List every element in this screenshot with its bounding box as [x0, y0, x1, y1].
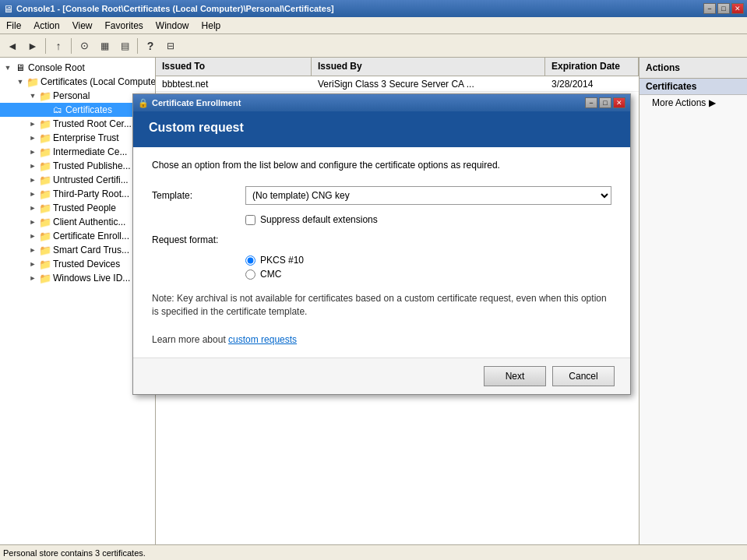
enrollment-description: Chose an option from the list below and … [152, 160, 611, 171]
cmc-label[interactable]: CMC [260, 269, 281, 280]
tree-label-certificates: Certificates [65, 104, 112, 115]
status-text: Personal store contains 3 certificates. [3, 548, 146, 558]
cmc-radio[interactable] [245, 269, 255, 280]
pkcs-radio[interactable] [245, 255, 255, 266]
expander-cert-enrollment: ► [26, 232, 39, 240]
tree-item-console-root[interactable]: ▼ 🖥 Console Root [0, 61, 155, 75]
expander-untrusted: ► [26, 176, 39, 184]
enrollment-close-button[interactable]: ✕ [613, 97, 625, 108]
toolbar-import-button[interactable]: ▤ [115, 37, 134, 55]
toolbar-console-button[interactable]: ⊟ [161, 37, 180, 55]
menu-help[interactable]: Help [196, 19, 227, 33]
toolbar-separator-2 [71, 38, 72, 54]
cancel-button[interactable]: Cancel [552, 366, 615, 386]
toolbar-separator-1 [45, 38, 46, 54]
restore-button[interactable]: □ [717, 3, 730, 14]
toolbar-help-button[interactable]: ? [141, 37, 160, 55]
title-bar-left: 🖥 Console1 - [Console Root\Certificates … [3, 3, 334, 15]
enrollment-note: Note: Key archival is not available for … [152, 292, 611, 319]
menu-bar: File Action View Favorites Window Help [0, 17, 747, 34]
expander-trusted-root: ► [26, 120, 39, 128]
custom-requests-link[interactable]: custom requests [228, 334, 297, 345]
enrollment-dialog: 🔒 Certificate Enrollment − □ ✕ Custom re… [132, 93, 631, 395]
suppress-checkbox[interactable] [245, 215, 255, 225]
folder-personal-icon: 📁 [39, 90, 51, 102]
toolbar-back-button[interactable]: ◄ [3, 37, 22, 55]
tree-label-enterprise: Enterprise Trust [53, 132, 119, 143]
expander-trusted-pub: ► [26, 162, 39, 170]
cell-issued-to: bbbtest.net [156, 77, 312, 91]
expander-certs-local: ▼ [14, 78, 26, 86]
menu-file[interactable]: File [0, 19, 27, 33]
toolbar-separator-3 [137, 38, 138, 54]
actions-panel: Actions ▲ Certificates More Actions ▶ [639, 58, 747, 544]
menu-favorites[interactable]: Favorites [99, 19, 150, 33]
enrollment-footer: Next Cancel [133, 357, 630, 394]
enrollment-minimize-button[interactable]: − [585, 97, 597, 108]
tree-label-certs-local: Certificates (Local Compute [41, 76, 156, 87]
expander-trusted-people: ► [26, 204, 39, 212]
toolbar-refresh-button[interactable]: ⊙ [75, 37, 93, 55]
folder-cert-enroll-icon: 📁 [39, 230, 51, 242]
table-row[interactable]: bbbtest.net VeriSign Class 3 Secure Serv… [156, 76, 639, 92]
close-button[interactable]: ✕ [731, 3, 744, 14]
enrollment-restore-button[interactable]: □ [599, 97, 611, 108]
expander-intermediate: ► [26, 148, 39, 156]
folder-certs-local-icon: 📁 [26, 76, 39, 88]
folder-trusted-root-icon: 📁 [39, 118, 51, 130]
col-header-expiration[interactable]: Expiration Date [545, 58, 639, 76]
tree-label-trusted-pub: Trusted Publishe... [53, 160, 131, 171]
folder-trusted-people-icon: 📁 [39, 202, 51, 214]
learn-more-prefix: Learn more about [152, 334, 228, 345]
cmc-radio-row: CMC [245, 269, 611, 280]
menu-window[interactable]: Window [150, 19, 196, 33]
enrollment-blue-bar: Custom request [133, 111, 630, 147]
next-button[interactable]: Next [484, 366, 546, 386]
folder-client-auth-icon: 📁 [39, 216, 51, 228]
tree-label-cert-enrollment: Certificate Enroll... [53, 231, 129, 241]
request-format-row: Request format: [152, 234, 611, 245]
cell-issued-by: VeriSign Class 3 Secure Server CA ... [312, 77, 545, 91]
toolbar-export-button[interactable]: ▦ [95, 37, 114, 55]
tree-label-trusted-people: Trusted People [53, 203, 116, 213]
menu-action[interactable]: Action [27, 19, 65, 33]
actions-more-actions[interactable]: More Actions ▶ [640, 95, 747, 111]
tree-item-certs-local[interactable]: ▼ 📁 Certificates (Local Compute [0, 75, 155, 89]
tree-label-third-party: Third-Party Root... [53, 188, 129, 199]
expander-enterprise: ► [26, 134, 39, 142]
folder-trusted-pub-icon: 📁 [39, 160, 51, 172]
expander-windows-live: ► [26, 274, 39, 282]
console-root-icon: 🖥 [14, 62, 26, 74]
menu-view[interactable]: View [66, 19, 99, 33]
enrollment-title-bar: 🔒 Certificate Enrollment − □ ✕ [133, 94, 630, 111]
title-bar: 🖥 Console1 - [Console Root\Certificates … [0, 0, 747, 17]
pkcs-label[interactable]: PKCS #10 [260, 255, 304, 266]
folder-smart-card-icon: 📁 [39, 244, 51, 256]
actions-section-certificates: Certificates [640, 79, 747, 95]
enrollment-title-controls: − □ ✕ [585, 97, 625, 108]
pkcs-radio-row: PKCS #10 [245, 255, 611, 266]
folder-enterprise-icon: 📁 [39, 132, 51, 144]
window-title: Console1 - [Console Root\Certificates (L… [16, 4, 334, 13]
tree-label-personal: Personal [53, 90, 90, 101]
suppress-label[interactable]: Suppress default extensions [260, 214, 378, 225]
folder-third-party-icon: 📁 [39, 188, 51, 200]
tree-label-smart-card: Smart Card Trus... [53, 245, 129, 255]
tree-label-windows-live: Windows Live ID... [53, 273, 130, 284]
actions-title: Actions [646, 62, 680, 73]
col-header-issued-by[interactable]: Issued By [312, 58, 545, 76]
folder-intermediate-icon: 📁 [39, 146, 51, 158]
expander-client-auth: ► [26, 218, 39, 226]
enrollment-title-text: 🔒 Certificate Enrollment [138, 98, 241, 108]
toolbar-up-button[interactable]: ↑ [49, 37, 68, 55]
toolbar-forward-button[interactable]: ► [23, 37, 42, 55]
more-actions-label: More Actions [652, 97, 706, 108]
enrollment-section-title: Custom request [149, 121, 615, 135]
template-dropdown[interactable]: (No template) CNG key (No template) Lega… [245, 186, 611, 205]
more-actions-arrow-icon: ▶ [709, 97, 716, 108]
col-header-issued-to[interactable]: Issued To [156, 58, 312, 76]
suppress-checkbox-row: Suppress default extensions [245, 214, 611, 225]
learn-more-section: Learn more about custom requests [152, 334, 611, 345]
minimize-button[interactable]: − [703, 3, 716, 14]
enrollment-dialog-title: Certificate Enrollment [152, 98, 241, 107]
